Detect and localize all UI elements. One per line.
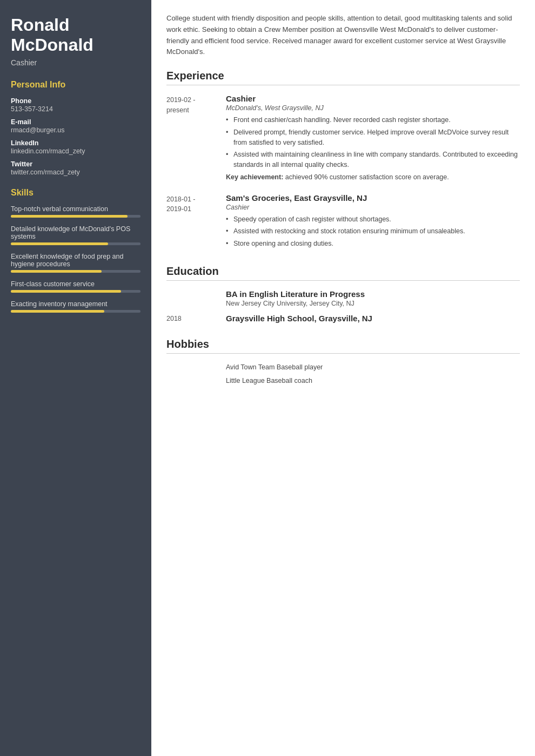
experience-section: Experience 2019-02 - present Cashier McD… bbox=[166, 70, 520, 251]
skill-3-name: First-class customer service bbox=[11, 280, 141, 288]
skill-4-bar bbox=[11, 310, 141, 313]
skill-2-bar bbox=[11, 270, 141, 273]
edu-1-year: 2018 bbox=[166, 314, 226, 322]
skill-1-bar bbox=[11, 242, 141, 245]
contact-linkedin-value: linkedin.com/rmacd_zety bbox=[11, 147, 141, 155]
skill-1-name: Detailed knowledge of McDonald's POS sys… bbox=[11, 225, 141, 240]
skill-2-name: Excellent knowledge of food prep and hyg… bbox=[11, 253, 141, 268]
exp-1-dates: 2018-01 - 2019-01 bbox=[166, 193, 226, 251]
hobby-1-text: Little League Baseball coach bbox=[226, 376, 312, 386]
exp-0-bullet-2: Assisted with maintaining cleanliness in… bbox=[226, 150, 520, 170]
sidebar: Ronald McDonald Cashier Personal Info Ph… bbox=[0, 0, 151, 756]
candidate-name: Ronald McDonald bbox=[11, 15, 141, 55]
skill-4-fill bbox=[11, 310, 104, 313]
exp-0-content: Cashier McDonald's, West Graysville, NJ … bbox=[226, 94, 520, 183]
skills-section-title: Skills bbox=[11, 188, 141, 198]
contact-linkedin-label: LinkedIn bbox=[11, 139, 141, 147]
exp-0-key-achievement: Key achievement: achieved 90% customer s… bbox=[226, 172, 520, 183]
exp-0-location: McDonald's, West Graysville, NJ bbox=[226, 104, 520, 112]
experience-section-title: Experience bbox=[166, 70, 520, 85]
edu-0-year bbox=[166, 289, 226, 291]
exp-1-title: Sam's Groceries, East Graysville, NJ bbox=[226, 193, 520, 202]
hobby-0-text: Avid Town Team Baseball player bbox=[226, 362, 323, 373]
contact-email-label: E-mail bbox=[11, 118, 141, 126]
contact-twitter-label: Twitter bbox=[11, 160, 141, 168]
skill-2-fill bbox=[11, 270, 102, 273]
education-section: Education BA in English Literature in Pr… bbox=[166, 265, 520, 324]
education-entry-0: BA in English Literature in Progress New… bbox=[166, 289, 520, 307]
exp-0-bullets: Front end cashier/cash handling. Never r… bbox=[226, 115, 520, 170]
edu-0-school: New Jersey City University, Jersey City,… bbox=[226, 300, 365, 307]
exp-1-bullet-0: Speedy operation of cash register withou… bbox=[226, 214, 520, 225]
exp-0-title: Cashier bbox=[226, 94, 520, 103]
skill-3-fill bbox=[11, 290, 121, 293]
contact-twitter-value: twitter.com/rmacd_zety bbox=[11, 168, 141, 176]
hobby-entry-1: Little League Baseball coach bbox=[166, 376, 520, 386]
skill-1-fill bbox=[11, 242, 108, 245]
edu-0-content: BA in English Literature in Progress New… bbox=[226, 289, 365, 307]
exp-0-dates: 2019-02 - present bbox=[166, 94, 226, 183]
personal-info-section-title: Personal Info bbox=[11, 80, 141, 90]
skill-0-bar bbox=[11, 215, 141, 218]
exp-1-bullets: Speedy operation of cash register withou… bbox=[226, 214, 520, 249]
exp-1-bullet-2: Store opening and closing duties. bbox=[226, 239, 520, 249]
contact-list: Phone 513-357-3214 E-mail rmacd@burger.u… bbox=[11, 97, 141, 176]
candidate-title: Cashier bbox=[11, 58, 141, 67]
skill-3-bar bbox=[11, 290, 141, 293]
contact-phone-value: 513-357-3214 bbox=[11, 105, 141, 113]
exp-0-bullet-0: Front end cashier/cash handling. Never r… bbox=[226, 115, 520, 125]
hobbies-section: Hobbies Avid Town Team Baseball player L… bbox=[166, 338, 520, 386]
main-content: College student with friendly dispositio… bbox=[151, 0, 535, 756]
edu-1-degree: Graysville High School, Graysville, NJ bbox=[226, 314, 372, 323]
experience-entry-1: 2018-01 - 2019-01 Sam's Groceries, East … bbox=[166, 193, 520, 251]
edu-1-content: Graysville High School, Graysville, NJ bbox=[226, 314, 372, 324]
exp-1-bullet-1: Assisted with restocking and stock rotat… bbox=[226, 226, 520, 237]
skill-0-name: Top-notch verbal communication bbox=[11, 205, 141, 213]
skill-0-fill bbox=[11, 215, 128, 218]
edu-0-degree: BA in English Literature in Progress bbox=[226, 289, 365, 299]
hobby-entry-0: Avid Town Team Baseball player bbox=[166, 362, 520, 373]
summary-text: College student with friendly dispositio… bbox=[166, 13, 520, 58]
education-section-title: Education bbox=[166, 265, 520, 281]
skill-4-name: Exacting inventory management bbox=[11, 300, 141, 308]
education-entry-1: 2018 Graysville High School, Graysville,… bbox=[166, 314, 520, 324]
exp-1-location: Cashier bbox=[226, 204, 520, 211]
contact-email-value: rmacd@burger.us bbox=[11, 126, 141, 134]
skills-list: Top-notch verbal communication Detailed … bbox=[11, 205, 141, 313]
hobbies-section-title: Hobbies bbox=[166, 338, 520, 354]
exp-1-content: Sam's Groceries, East Graysville, NJ Cas… bbox=[226, 193, 520, 251]
experience-entry-0: 2019-02 - present Cashier McDonald's, We… bbox=[166, 94, 520, 183]
exp-0-bullet-1: Delivered prompt, friendly customer serv… bbox=[226, 127, 520, 148]
contact-phone-label: Phone bbox=[11, 97, 141, 105]
